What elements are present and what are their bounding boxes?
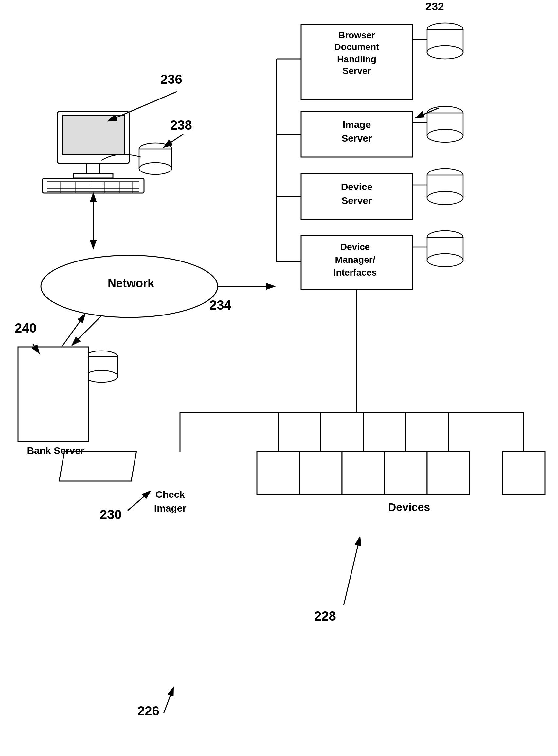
svg-rect-51 bbox=[18, 347, 88, 442]
svg-rect-38 bbox=[427, 175, 463, 198]
svg-point-43 bbox=[427, 254, 463, 267]
diagram-container: Network Browser DocumentHandlingServer I… bbox=[0, 0, 558, 756]
svg-point-29 bbox=[427, 23, 463, 36]
svg-line-52 bbox=[72, 316, 101, 345]
svg-line-75 bbox=[344, 537, 360, 605]
ref-228: 228 bbox=[314, 609, 336, 624]
svg-rect-65 bbox=[300, 452, 342, 494]
svg-line-70 bbox=[108, 92, 177, 121]
svg-line-72 bbox=[416, 108, 438, 118]
doc-handling-label: DocumentHandlingServer bbox=[334, 42, 379, 76]
svg-point-33 bbox=[427, 106, 463, 120]
ref-226: 226 bbox=[137, 704, 159, 719]
svg-line-71 bbox=[163, 134, 183, 147]
devices-label: Devices bbox=[360, 501, 458, 513]
svg-rect-46 bbox=[139, 149, 172, 169]
network-label: Network bbox=[98, 277, 163, 290]
svg-rect-42 bbox=[427, 237, 463, 260]
svg-point-50 bbox=[85, 371, 118, 382]
svg-rect-34 bbox=[427, 113, 463, 136]
svg-rect-5 bbox=[74, 173, 113, 178]
ref-230: 230 bbox=[100, 507, 122, 522]
image-server-label: ImageServer bbox=[308, 118, 406, 145]
ref-236: 236 bbox=[160, 72, 182, 87]
check-imager-label: CheckImager bbox=[131, 488, 209, 515]
svg-line-73 bbox=[33, 344, 39, 353]
svg-point-41 bbox=[427, 231, 463, 244]
svg-rect-3 bbox=[62, 115, 124, 154]
bank-server-label: Bank Server bbox=[10, 445, 101, 456]
svg-rect-4 bbox=[87, 163, 100, 173]
svg-point-35 bbox=[427, 129, 463, 142]
svg-rect-69 bbox=[502, 452, 545, 494]
ref-234: 234 bbox=[209, 298, 231, 312]
browser-label: Browser bbox=[338, 30, 375, 40]
svg-line-53 bbox=[62, 314, 85, 346]
browser-doc-server-label: Browser DocumentHandlingServer bbox=[304, 29, 409, 77]
svg-rect-67 bbox=[384, 452, 427, 494]
svg-point-45 bbox=[139, 143, 172, 155]
svg-point-47 bbox=[139, 163, 172, 174]
ref-232: 232 bbox=[426, 0, 444, 13]
svg-line-76 bbox=[163, 687, 174, 713]
svg-rect-68 bbox=[427, 452, 470, 494]
svg-rect-64 bbox=[257, 452, 300, 494]
svg-rect-30 bbox=[427, 29, 463, 52]
ref-238: 238 bbox=[170, 118, 192, 132]
svg-point-37 bbox=[427, 169, 463, 182]
svg-point-48 bbox=[85, 351, 118, 362]
svg-point-31 bbox=[427, 46, 463, 59]
svg-rect-6 bbox=[43, 178, 144, 193]
device-server-label: DeviceServer bbox=[308, 180, 406, 207]
svg-rect-2 bbox=[57, 111, 129, 163]
ref-240: 240 bbox=[15, 321, 37, 335]
device-manager-label: DeviceManager/Interfaces bbox=[304, 241, 406, 279]
svg-rect-49 bbox=[85, 357, 118, 376]
svg-point-39 bbox=[427, 192, 463, 205]
svg-rect-66 bbox=[342, 452, 384, 494]
